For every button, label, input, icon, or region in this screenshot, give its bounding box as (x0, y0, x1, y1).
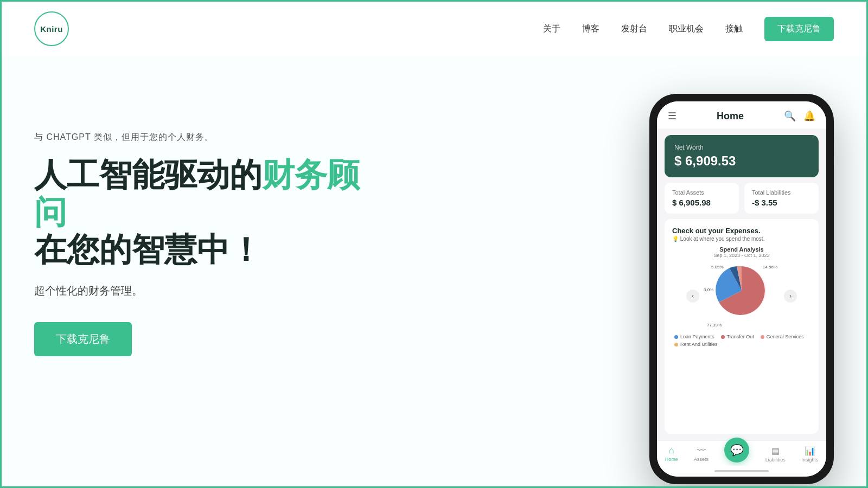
expenses-section: Check out your Expenses. Look at where y… (665, 219, 819, 434)
hero-title: 人工智能驱动的财务顾问 在您的智慧中！ (34, 156, 371, 268)
pie-label-bottomleft: 77.39% (707, 323, 722, 328)
phone-outer: ☰ Home 🔍 🔔 Net Worth $ 6,909.53 (649, 94, 834, 484)
bottom-nav-home-label: Home (665, 457, 678, 462)
total-assets-value: $ 6,905.98 (672, 198, 731, 207)
total-liabilities-value: -$ 3.55 (752, 198, 811, 207)
net-worth-label: Net Worth (674, 144, 809, 151)
hero-text: 与 CHATGPT 类似，但用于您的个人财务。 人工智能驱动的财务顾问 在您的智… (34, 88, 371, 356)
search-icon[interactable]: 🔍 (784, 110, 796, 122)
chart-prev-button[interactable]: ‹ (686, 290, 699, 303)
chart-dates: Sep 1, 2023 - Oct 1, 2023 (672, 253, 811, 258)
hamburger-icon[interactable]: ☰ (668, 110, 676, 122)
legend-label-rent: Rent And Utilities (680, 342, 718, 347)
legend-label-transfer: Transfer Out (727, 334, 754, 339)
nav-link-launchpad[interactable]: 发射台 (621, 23, 647, 35)
app-header: ☰ Home 🔍 🔔 (657, 101, 826, 129)
legend-item-rent: Rent And Utilities (674, 342, 718, 347)
hero-download-button[interactable]: 下载克尼鲁 (34, 322, 132, 356)
bottom-nav-fab[interactable]: 💬 (724, 438, 749, 463)
hero-section: 与 CHATGPT 类似，但用于您的个人财务。 人工智能驱动的财务顾问 在您的智… (2, 56, 866, 484)
home-indicator (714, 470, 769, 472)
assets-liabilities-row: Total Assets $ 6,905.98 Total Liabilitie… (665, 183, 819, 214)
legend-item-general: General Services (761, 334, 804, 339)
legend-label-loan: Loan Payments (680, 334, 714, 339)
pie-label-topright: 14.56% (763, 265, 777, 269)
app-bottom-nav: ⌂ Home 〰 Assets 💬 ▤ Liabilities (657, 440, 826, 466)
legend-dot-transfer (721, 335, 725, 339)
insights-icon: 📊 (805, 446, 815, 456)
bottom-nav-home[interactable]: ⌂ Home (665, 446, 678, 462)
phone-inner: ☰ Home 🔍 🔔 Net Worth $ 6,909.53 (657, 101, 826, 477)
nav-download-button[interactable]: 下载克尼鲁 (764, 17, 834, 41)
nav-link-contact[interactable]: 接触 (725, 23, 743, 35)
liabilities-icon: ▤ (771, 446, 780, 456)
app-content: Net Worth $ 6,909.53 Total Assets $ 6,90… (657, 129, 826, 440)
expenses-title: Check out your Expenses. (672, 227, 811, 235)
expenses-subtitle: Look at where you spend the most. (672, 236, 811, 242)
bottom-nav-insights[interactable]: 📊 Insights (801, 446, 818, 463)
legend-dot-loan (674, 335, 678, 339)
hero-description: 超个性化的财务管理。 (34, 284, 371, 298)
phone-mockup: ☰ Home 🔍 🔔 Net Worth $ 6,909.53 (649, 88, 834, 484)
phone-home-bar (657, 466, 826, 477)
bottom-nav-liabilities-label: Liabilities (765, 457, 786, 463)
legend-item-loan: Loan Payments (674, 334, 714, 339)
pie-label-left: 3.0% (704, 287, 713, 292)
navbar: Kniru 关于 博客 发射台 职业机会 接触 下载克尼鲁 (2, 2, 866, 56)
fab-icon: 💬 (730, 444, 744, 457)
total-assets-card: Total Assets $ 6,905.98 (665, 183, 739, 214)
bottom-nav-assets[interactable]: 〰 Assets (694, 446, 709, 462)
nav-link-careers[interactable]: 职业机会 (669, 23, 704, 35)
total-liabilities-label: Total Liabilities (752, 189, 811, 196)
legend-dot-rent (674, 343, 678, 346)
bell-icon[interactable]: 🔔 (803, 110, 815, 122)
nav-link-blog[interactable]: 博客 (582, 23, 599, 35)
bottom-nav-insights-label: Insights (801, 457, 818, 463)
logo[interactable]: Kniru (34, 11, 69, 46)
app-header-title: Home (717, 111, 744, 122)
chart-area: ‹ 14.56% 5.05% 3.0% 77.39% (672, 261, 811, 331)
pie-svg (714, 264, 769, 318)
assets-icon: 〰 (697, 446, 706, 455)
legend-dot-general (761, 335, 764, 339)
bottom-nav-liabilities[interactable]: ▤ Liabilities (765, 446, 786, 463)
home-icon: ⌂ (669, 446, 674, 455)
net-worth-card: Net Worth $ 6,909.53 (665, 135, 819, 177)
bottom-nav-assets-label: Assets (694, 457, 709, 462)
legend-item-transfer: Transfer Out (721, 334, 754, 339)
app-header-icons: 🔍 🔔 (784, 110, 815, 122)
net-worth-value: $ 6,909.53 (674, 153, 809, 169)
total-liabilities-card: Total Liabilities -$ 3.55 (744, 183, 819, 214)
pie-label-topleft: 5.05% (711, 265, 724, 269)
nav-links: 关于 博客 发射台 职业机会 接触 下载克尼鲁 (543, 17, 834, 41)
chart-title: Spend Analysis (672, 246, 811, 253)
pie-chart: 14.56% 5.05% 3.0% 77.39% (704, 264, 780, 329)
total-assets-label: Total Assets (672, 189, 731, 196)
chart-next-button[interactable]: › (784, 290, 797, 303)
hero-subtitle: 与 CHATGPT 类似，但用于您的个人财务。 (34, 132, 371, 143)
chart-legend: Loan Payments Transfer Out General Servi… (672, 334, 811, 347)
nav-link-about[interactable]: 关于 (543, 23, 560, 35)
legend-label-general: General Services (767, 334, 804, 339)
